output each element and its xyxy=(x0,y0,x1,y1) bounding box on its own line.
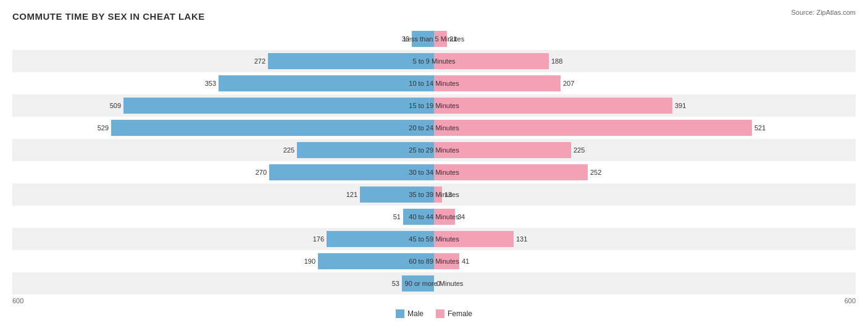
female-bar xyxy=(434,209,455,225)
male-value: 225 xyxy=(283,146,294,154)
male-value: 36 xyxy=(402,35,409,43)
legend-female: Female xyxy=(436,309,472,318)
male-bar xyxy=(360,187,434,203)
male-bar xyxy=(268,53,434,69)
source-label: Source: ZipAtlas.com xyxy=(791,9,856,16)
table-row: 3621Less than 5 Minutes xyxy=(12,28,856,50)
male-value: 51 xyxy=(393,213,401,220)
male-value: 53 xyxy=(392,280,399,287)
female-bar xyxy=(434,75,561,91)
male-value: 272 xyxy=(254,57,265,65)
female-value: 391 xyxy=(675,102,686,109)
chart-title: COMMUTE TIME BY SEX IN CHEAT LAKE xyxy=(12,11,856,22)
table-row: 53090 or more Minutes xyxy=(12,272,856,295)
female-value: 21 xyxy=(449,35,457,43)
right-half: 131 xyxy=(434,228,856,250)
female-bar xyxy=(434,120,752,136)
female-bar xyxy=(434,53,549,69)
left-half: 121 xyxy=(12,183,434,206)
right-half: 521 xyxy=(434,117,856,139)
table-row: 1904160 to 89 Minutes xyxy=(12,250,856,272)
legend-male-box xyxy=(396,309,404,318)
right-half: 391 xyxy=(434,94,856,117)
male-bar xyxy=(123,98,434,114)
legend-male: Male xyxy=(396,309,424,318)
axis-labels: 600 600 xyxy=(12,297,856,304)
table-row: 2721885 to 9 Minutes xyxy=(12,50,856,72)
right-half: 13 xyxy=(434,183,856,206)
right-half: 21 xyxy=(434,28,856,50)
female-value: 252 xyxy=(590,169,601,176)
female-bar xyxy=(434,142,571,158)
female-value: 41 xyxy=(462,258,469,265)
male-bar xyxy=(402,275,434,292)
right-half: 41 xyxy=(434,250,856,272)
table-row: 22522525 to 29 Minutes xyxy=(12,139,856,161)
left-half: 51 xyxy=(12,206,434,228)
female-bar xyxy=(434,231,514,247)
female-bar xyxy=(434,253,459,269)
female-value: 34 xyxy=(457,213,465,220)
legend-female-box xyxy=(436,309,444,318)
table-row: 50939115 to 19 Minutes xyxy=(12,94,856,117)
right-half: 188 xyxy=(434,50,856,72)
left-half: 176 xyxy=(12,228,434,250)
female-value: 225 xyxy=(574,146,585,154)
female-bar xyxy=(434,187,442,203)
table-row: 35320710 to 14 Minutes xyxy=(12,72,856,94)
female-value: 188 xyxy=(551,57,562,65)
table-row: 52952120 to 24 Minutes xyxy=(12,117,856,139)
male-bar xyxy=(219,75,434,91)
male-value: 270 xyxy=(256,169,267,176)
left-half: 53 xyxy=(12,272,434,295)
legend: Male Female xyxy=(12,309,856,318)
female-value: 13 xyxy=(444,191,452,198)
left-half: 272 xyxy=(12,50,434,72)
right-half: 252 xyxy=(434,161,856,183)
male-value: 353 xyxy=(205,80,216,87)
axis-left: 600 xyxy=(12,297,23,304)
female-bar xyxy=(434,31,447,47)
table-row: 27025230 to 34 Minutes xyxy=(12,161,856,183)
left-half: 509 xyxy=(12,94,434,117)
female-bar xyxy=(434,164,588,180)
male-bar xyxy=(403,209,434,225)
table-row: 17613145 to 59 Minutes xyxy=(12,228,856,250)
male-value: 190 xyxy=(304,258,315,265)
left-half: 353 xyxy=(12,72,434,94)
male-value: 176 xyxy=(313,235,324,243)
table-row: 1211335 to 39 Minutes xyxy=(12,183,856,206)
female-value: 207 xyxy=(563,80,574,87)
male-bar xyxy=(412,31,434,47)
male-bar xyxy=(318,253,434,269)
male-value: 121 xyxy=(346,191,357,198)
right-half: 225 xyxy=(434,139,856,161)
left-half: 529 xyxy=(12,117,434,139)
right-half: 207 xyxy=(434,72,856,94)
male-bar xyxy=(327,231,434,247)
left-half: 270 xyxy=(12,161,434,183)
left-half: 190 xyxy=(12,250,434,272)
legend-male-label: Male xyxy=(407,309,424,318)
female-bar xyxy=(434,98,672,114)
male-value: 509 xyxy=(110,102,121,109)
male-bar xyxy=(297,142,434,158)
right-half: 0 xyxy=(434,272,856,295)
female-value: 131 xyxy=(516,235,527,243)
male-bar xyxy=(269,164,434,180)
right-half: 34 xyxy=(434,206,856,228)
bars-area: 3621Less than 5 Minutes2721885 to 9 Minu… xyxy=(12,28,856,295)
female-value: 521 xyxy=(754,124,766,132)
legend-female-label: Female xyxy=(448,309,472,318)
table-row: 513440 to 44 Minutes xyxy=(12,206,856,228)
female-value: 0 xyxy=(436,280,440,287)
male-bar xyxy=(111,120,434,136)
left-half: 225 xyxy=(12,139,434,161)
left-half: 36 xyxy=(12,28,434,50)
male-value: 529 xyxy=(98,124,109,132)
axis-right: 600 xyxy=(845,297,856,304)
chart-container: COMMUTE TIME BY SEX IN CHEAT LAKE Source… xyxy=(0,0,868,323)
